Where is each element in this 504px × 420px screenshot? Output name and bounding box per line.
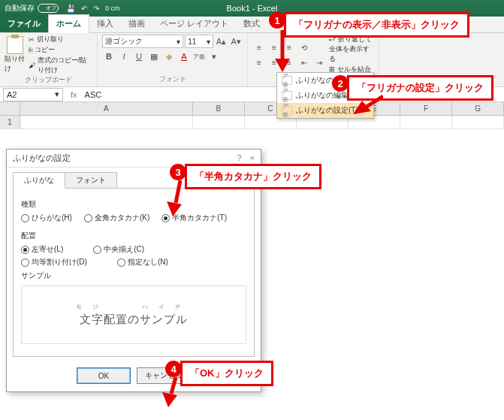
sample-ruby: モジ ハイチ xyxy=(76,303,192,311)
radio-left[interactable]: 左寄せ(L) xyxy=(21,244,63,255)
radio-center[interactable]: 中央揃え(C) xyxy=(93,244,144,255)
fill-color-button[interactable]: ◆ xyxy=(162,50,176,63)
save-icon[interactable]: 💾 xyxy=(66,5,75,13)
radio-icon xyxy=(117,258,125,267)
radio-hiragana[interactable]: ひらがな(H) xyxy=(21,213,72,223)
sheet-row-1: 1 xyxy=(0,116,504,129)
decrease-font-icon[interactable]: A▾ xyxy=(229,35,243,48)
radio-icon xyxy=(93,246,101,254)
tab-layout[interactable]: ページ レイアウト xyxy=(152,15,236,32)
paste-button[interactable]: 貼り付け xyxy=(5,35,26,75)
chevron-down-icon: ▾ xyxy=(177,38,180,46)
font-size-select[interactable]: 11▾ xyxy=(185,35,213,48)
border-button[interactable]: ▦ xyxy=(147,50,161,63)
cell-a1[interactable] xyxy=(20,116,193,129)
fx-icon[interactable]: fx xyxy=(66,90,82,99)
italic-button[interactable]: I xyxy=(117,50,131,63)
undo-icon[interactable]: ↶ xyxy=(81,5,87,13)
paste-icon xyxy=(7,36,23,54)
radio-icon xyxy=(21,246,29,254)
quick-access-toolbar: 💾 ↶ ↷ 0 cm xyxy=(66,5,120,13)
svg-marker-0 xyxy=(275,59,290,72)
select-all-corner[interactable] xyxy=(0,102,20,115)
bold-button[interactable]: B xyxy=(102,50,116,63)
copy-button[interactable]: ⎘コピー xyxy=(29,45,92,55)
radio-none[interactable]: 指定なし(N) xyxy=(117,257,168,267)
svg-marker-2 xyxy=(167,201,182,216)
phonetic-dropdown[interactable]: ▾ xyxy=(207,50,221,63)
annotation-number-2: 2 xyxy=(332,75,349,92)
radio-distribute[interactable]: 均等割り付け(D) xyxy=(21,257,87,267)
callout-4: 「OK」クリック xyxy=(180,361,273,386)
arrow-3 xyxy=(167,180,189,216)
increase-font-icon[interactable]: A▴ xyxy=(215,35,228,48)
radio-icon xyxy=(21,214,29,222)
document-title: Book1 - Excel xyxy=(227,4,278,13)
tab-file[interactable]: ファイル xyxy=(0,15,48,32)
close-icon[interactable]: ? × xyxy=(237,153,255,164)
col-header-a[interactable]: A xyxy=(20,102,193,115)
indent-inc-icon[interactable]: ⇥ xyxy=(312,56,326,69)
phonetic-settings-icon: ア亜 xyxy=(282,106,292,115)
sample-preview: モジ ハイチ 文字配置のサンプル xyxy=(21,286,246,344)
copy-icon: ⎘ xyxy=(29,47,32,54)
chevron-down-icon: ▾ xyxy=(55,89,59,99)
row-header-1[interactable]: 1 xyxy=(0,116,20,128)
tab-insert[interactable]: 挿入 xyxy=(89,15,121,32)
align-section-label: 配置 xyxy=(21,231,246,241)
redo-icon[interactable]: ↷ xyxy=(93,5,99,13)
name-box[interactable]: A2▾ xyxy=(3,88,63,101)
ruler-value: 0 cm xyxy=(105,5,120,12)
autosave-toggle[interactable]: 自動保存 オフ xyxy=(5,3,59,14)
format-painter-button[interactable]: 🖌書式のコピー/貼り付け xyxy=(29,56,92,75)
annotation-number-4: 4 xyxy=(165,361,182,377)
tab-home[interactable]: ホーム xyxy=(48,14,89,33)
dialog-tab-font[interactable]: フォント xyxy=(65,172,117,189)
align-top-icon[interactable]: ≡ xyxy=(252,41,266,54)
annotation-number-1: 1 xyxy=(269,12,285,29)
clipboard-group: 貼り付け ✂切り取り ⎘コピー 🖌書式のコピー/貼り付け クリップボード xyxy=(0,33,98,86)
phonetic-button[interactable]: ア亜 xyxy=(192,50,206,63)
arrow-4 xyxy=(162,377,185,407)
phonetic-show-icon: ア亜 xyxy=(282,76,292,85)
svg-marker-3 xyxy=(162,392,177,407)
sample-section-label: サンプル xyxy=(21,270,246,281)
radio-zenkaku[interactable]: 全角カタカナ(K) xyxy=(84,213,149,223)
sample-text: 文字配置のサンプル xyxy=(80,313,188,327)
underline-button[interactable]: U xyxy=(132,50,146,63)
cell-b1[interactable] xyxy=(193,116,245,129)
autosave-label: 自動保存 xyxy=(5,3,35,14)
indent-dec-icon[interactable]: ⇤ xyxy=(297,56,311,69)
font-group-label: フォント xyxy=(102,74,243,85)
chevron-down-icon: ▾ xyxy=(207,38,210,46)
scissors-icon: ✂ xyxy=(29,36,35,44)
callout-1: 「フリガナの表示／非表示」クリック xyxy=(284,12,469,38)
toggle-off[interactable]: オフ xyxy=(38,4,59,13)
font-group: 游ゴシック▾ 11▾ A▴ A▾ B I U ▦ ◆ A ア亜 ▾ フォント xyxy=(98,33,248,86)
clipboard-group-label: クリップボード xyxy=(5,75,92,86)
font-name-select[interactable]: 游ゴシック▾ xyxy=(102,35,183,48)
col-header-b[interactable]: B xyxy=(193,102,245,115)
align-left-icon[interactable]: ≡ xyxy=(252,56,266,69)
font-color-button[interactable]: A xyxy=(177,50,191,63)
callout-3: 「半角カタカナ」クリック xyxy=(185,164,321,189)
tab-formulas[interactable]: 数式 xyxy=(236,15,267,32)
ok-button[interactable]: OK xyxy=(77,367,131,384)
annotation-number-3: 3 xyxy=(170,164,186,180)
col-header-f[interactable]: F xyxy=(400,102,452,115)
dialog-tab-phonetic[interactable]: ふりがな xyxy=(13,172,65,189)
arrow-2 xyxy=(353,93,383,116)
radio-icon xyxy=(84,214,92,222)
tab-draw[interactable]: 描画 xyxy=(121,15,152,32)
col-header-g[interactable]: G xyxy=(452,102,504,115)
column-headers: A B C D E F G xyxy=(0,102,504,116)
arrow-1 xyxy=(272,30,293,72)
brush-icon: 🖌 xyxy=(29,62,35,69)
cut-button[interactable]: ✂切り取り xyxy=(29,35,92,44)
dialog-body: 種類 ひらがな(H) 全角カタカナ(K) 半角カタカナ(T) 配置 左寄せ(L)… xyxy=(13,188,255,357)
phonetic-edit-icon: ア亜 xyxy=(282,91,292,100)
dialog-title: ふりがなの設定 xyxy=(13,153,71,164)
wrap-text-button[interactable]: ⮐ 折り返して全体を表示する xyxy=(329,35,374,64)
orientation-icon[interactable]: ⟲ xyxy=(297,41,311,54)
radio-icon xyxy=(21,258,29,267)
